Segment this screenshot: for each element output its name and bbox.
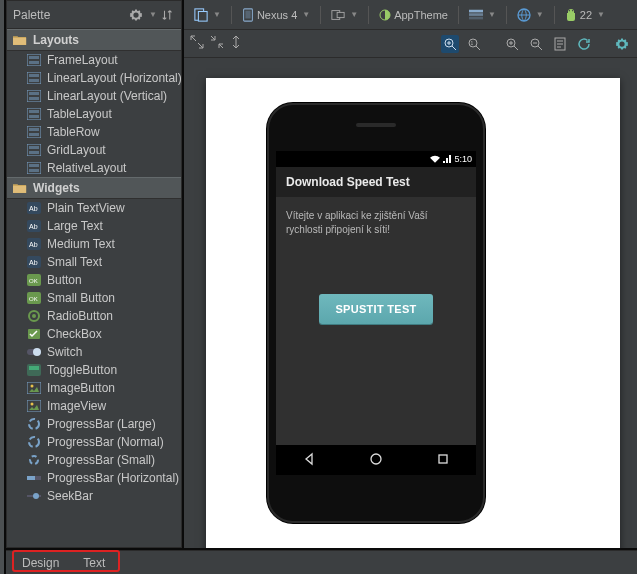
settings-icon[interactable] — [613, 35, 631, 53]
palette-item-label: TableLayout — [47, 107, 112, 121]
palette-item[interactable]: RelativeLayout — [7, 159, 181, 177]
svg-text:OK: OK — [29, 278, 38, 284]
palette-item[interactable]: ImageButton — [7, 379, 181, 397]
sort-icon[interactable] — [161, 8, 175, 22]
welcome-text: Vítejte v aplikaci ke zjištění Vaší rych… — [276, 197, 476, 248]
svg-rect-60 — [469, 16, 483, 19]
shrink-icon[interactable] — [210, 35, 224, 52]
start-test-button[interactable]: SPUSTIT TEST — [319, 294, 432, 324]
palette-item-label: Medium Text — [47, 237, 115, 251]
svg-rect-4 — [29, 74, 39, 77]
chevron-down-icon: ▼ — [597, 10, 605, 19]
expand-icon[interactable] — [190, 35, 204, 52]
palette-item[interactable]: ProgressBar (Large) — [7, 415, 181, 433]
screenshot-icon[interactable] — [551, 35, 569, 53]
zoom-actual-icon[interactable]: 1 — [465, 35, 483, 53]
api-label: 22 — [580, 9, 592, 21]
layout-variants-button[interactable]: ▼ — [190, 4, 225, 26]
chevron-down-icon[interactable]: ▼ — [149, 10, 157, 19]
palette-item-label: TableRow — [47, 125, 100, 139]
group-widgets[interactable]: Widgets — [7, 177, 181, 199]
svg-point-43 — [31, 403, 34, 406]
palette-item[interactable]: LinearLayout (Vertical) — [7, 87, 181, 105]
widget-icon — [27, 382, 41, 394]
palette-item[interactable]: AbLarge Text — [7, 217, 181, 235]
tab-design[interactable]: Design — [10, 553, 71, 573]
palette-item[interactable]: OKSmall Button — [7, 289, 181, 307]
svg-rect-20 — [29, 169, 39, 172]
design-canvas[interactable]: 5:10 Download Speed Test Vítejte v aplik… — [184, 58, 637, 548]
svg-rect-14 — [29, 133, 39, 136]
widget-icon: Ab — [27, 202, 41, 214]
widget-icon — [27, 364, 41, 376]
palette-item[interactable]: LinearLayout (Horizontal) — [7, 69, 181, 87]
svg-rect-42 — [27, 400, 41, 412]
palette-panel: Palette ▼ Layouts FrameLayoutLinearLayou… — [6, 0, 182, 548]
palette-item[interactable]: ProgressBar (Small) — [7, 451, 181, 469]
back-icon[interactable] — [302, 452, 316, 469]
layout-icon — [27, 162, 41, 174]
orientation-dropdown[interactable]: ▼ — [327, 4, 362, 26]
svg-point-63 — [572, 10, 573, 11]
svg-point-46 — [30, 456, 38, 464]
svg-rect-17 — [29, 151, 39, 154]
svg-rect-2 — [29, 61, 39, 64]
palette-item-label: CheckBox — [47, 327, 102, 341]
palette-item[interactable]: GridLayout — [7, 141, 181, 159]
widget-icon: OK — [27, 292, 41, 304]
svg-point-50 — [33, 493, 39, 499]
widget-icon: Ab — [27, 256, 41, 268]
wrap-icon[interactable] — [230, 35, 242, 52]
palette-item-label: ImageView — [47, 399, 106, 413]
refresh-icon[interactable] — [575, 35, 593, 53]
palette-item-label: RelativeLayout — [47, 161, 126, 175]
palette-item[interactable]: FrameLayout — [7, 51, 181, 69]
palette-item[interactable]: ProgressBar (Horizontal) — [7, 469, 181, 487]
palette-item-label: RadioButton — [47, 309, 113, 323]
recents-icon[interactable] — [436, 452, 450, 469]
widget-icon — [27, 310, 41, 322]
svg-rect-11 — [29, 115, 39, 118]
api-dropdown[interactable]: 22 ▼ — [561, 4, 609, 26]
group-label: Widgets — [33, 181, 80, 195]
zoom-in-icon[interactable] — [503, 35, 521, 53]
app-title: Download Speed Test — [276, 167, 476, 197]
palette-item[interactable]: ProgressBar (Normal) — [7, 433, 181, 451]
gear-icon[interactable] — [129, 8, 143, 22]
palette-item[interactable]: TableLayout — [7, 105, 181, 123]
status-time: 5:10 — [454, 154, 472, 164]
palette-item[interactable]: SeekBar — [7, 487, 181, 505]
group-label: Layouts — [33, 33, 79, 47]
chevron-down-icon: ▼ — [213, 10, 221, 19]
palette-item[interactable]: CheckBox — [7, 325, 181, 343]
palette-item[interactable]: ToggleButton — [7, 361, 181, 379]
palette-item-label: Small Button — [47, 291, 115, 305]
palette-item[interactable]: AbMedium Text — [7, 235, 181, 253]
palette-item-label: LinearLayout (Horizontal) — [47, 71, 181, 85]
home-icon[interactable] — [369, 452, 383, 469]
palette-item[interactable]: OKButton — [7, 271, 181, 289]
locale-dropdown[interactable]: ▼ — [513, 4, 548, 26]
editor-tabs: Design Text — [6, 550, 637, 574]
svg-rect-1 — [29, 56, 39, 59]
activity-dropdown[interactable]: ▼ — [465, 4, 500, 26]
device-dropdown[interactable]: Nexus 4 ▼ — [238, 4, 314, 26]
palette-item[interactable]: AbSmall Text — [7, 253, 181, 271]
palette-item-label: Button — [47, 273, 82, 287]
zoom-fit-icon[interactable] — [441, 35, 459, 53]
group-layouts[interactable]: Layouts — [7, 29, 181, 51]
palette-item[interactable]: RadioButton — [7, 307, 181, 325]
palette-item-label: Switch — [47, 345, 82, 359]
palette-item[interactable]: TableRow — [7, 123, 181, 141]
designer-toolbar: ▼ Nexus 4 ▼ ▼ AppTheme ▼ ▼ — [184, 0, 637, 30]
palette-item[interactable]: Switch — [7, 343, 181, 361]
widget-icon — [27, 472, 41, 484]
palette-item[interactable]: ImageView — [7, 397, 181, 415]
status-bar: 5:10 — [276, 151, 476, 167]
theme-dropdown[interactable]: AppTheme — [375, 4, 452, 26]
phone-screen: 5:10 Download Speed Test Vítejte v aplik… — [276, 151, 476, 475]
palette-item[interactable]: AbPlain TextView — [7, 199, 181, 217]
svg-rect-59 — [469, 13, 483, 16]
tab-text[interactable]: Text — [71, 553, 117, 573]
zoom-out-icon[interactable] — [527, 35, 545, 53]
